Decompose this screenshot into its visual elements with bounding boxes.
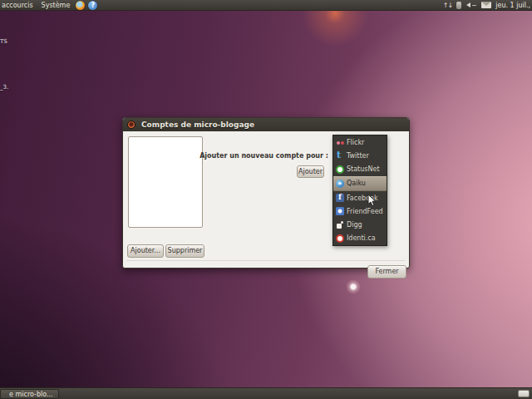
qaiku-icon: [336, 180, 344, 188]
remove-account-button[interactable]: Supprimer: [165, 244, 204, 258]
digg-icon: [336, 221, 344, 229]
volume-icon[interactable]: [466, 2, 477, 9]
close-dialog-button[interactable]: Fermer: [367, 265, 406, 278]
flickr-icon: [336, 138, 344, 146]
desktop-screen: TS _3. accourcis Système ? ↑↓ jeu. 1 jui…: [0, 0, 532, 399]
mail-icon[interactable]: [481, 2, 491, 8]
window-title: Comptes de micro-blogage: [141, 121, 254, 129]
menu-item-statusnet[interactable]: StatusNet: [333, 163, 387, 176]
add-button[interactable]: Ajouter: [297, 165, 324, 178]
speaker-shape: [466, 2, 470, 7]
add-account-prompt-label: Ajouter un nouveau compte pour :: [187, 152, 328, 160]
menu-item-label: Flickr: [347, 139, 364, 146]
indicator-tray: ↑↓ jeu. 1 juil.,: [443, 2, 530, 9]
menu-item-label: Facebook: [347, 195, 378, 202]
twitter-icon: [336, 151, 344, 160]
friendfeed-icon: [336, 207, 344, 215]
bluetooth-icon[interactable]: [456, 2, 461, 9]
menu-item-flickr[interactable]: Flickr: [333, 135, 387, 149]
show-desktop-button[interactable]: [518, 390, 530, 397]
clock-applet[interactable]: jeu. 1 juil.,: [495, 2, 530, 9]
menu-item-label: Qaiku: [347, 180, 366, 187]
statusnet-icon: [336, 165, 344, 174]
add-account-button[interactable]: Ajouter...: [127, 244, 164, 258]
network-icon[interactable]: ↑↓: [443, 2, 452, 9]
volume-dash: [472, 5, 476, 7]
desktop-icon-label[interactable]: _3.: [0, 84, 8, 91]
menu-item-label: FriendFeed: [347, 208, 383, 215]
facebook-icon: [336, 194, 344, 202]
firefox-icon[interactable]: [76, 1, 85, 10]
menu-item-label: Identi.ca: [347, 234, 376, 242]
menu-item-digg[interactable]: Digg: [333, 219, 387, 232]
taskbar-window-button[interactable]: e micro-blo...: [0, 389, 59, 399]
top-panel: accourcis Système ? ↑↓ jeu. 1 juil.,: [0, 0, 532, 11]
menu-item-label: StatusNet: [347, 165, 380, 173]
accounts-listbox[interactable]: [128, 136, 203, 228]
menu-item-label: Digg: [347, 221, 362, 229]
menu-item-facebook[interactable]: Facebook: [333, 191, 387, 204]
identica-icon: [336, 234, 344, 243]
window-titlebar[interactable]: Comptes de micro-blogage: [123, 118, 409, 131]
window-close-button[interactable]: [127, 121, 135, 129]
service-dropdown-menu: FlickrTwitterStatusNetQaikuFacebookFrien…: [332, 135, 387, 246]
desktop-icon-label[interactable]: TS: [0, 38, 7, 45]
menu-item-identi-ca[interactable]: Identi.ca: [333, 232, 387, 245]
bottom-panel: e micro-blo...: [0, 387, 532, 399]
menu-item-twitter[interactable]: Twitter: [333, 149, 387, 162]
menu-item-friendfeed[interactable]: FriendFeed: [333, 204, 387, 218]
menu-shortcuts[interactable]: accourcis: [2, 0, 37, 11]
help-icon[interactable]: ?: [88, 1, 97, 10]
dialog-separator: [126, 260, 406, 261]
menu-item-qaiku[interactable]: Qaiku: [333, 176, 387, 191]
menu-system[interactable]: Système: [37, 0, 75, 11]
menu-item-label: Twitter: [347, 152, 369, 160]
